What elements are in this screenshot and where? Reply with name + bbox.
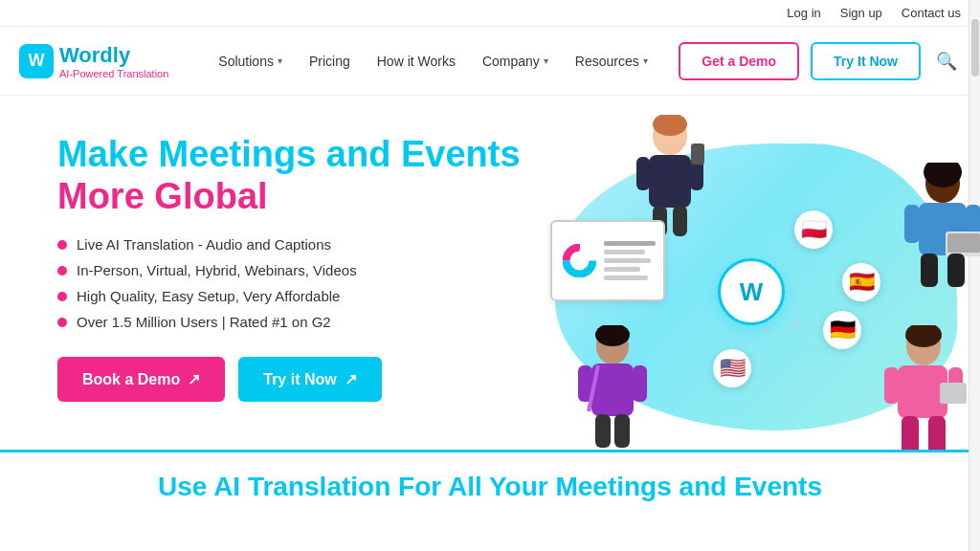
bottom-title: Use AI Translation For All Your Meetings… <box>57 472 923 502</box>
arrow-icon: ↗ <box>345 370 357 388</box>
w-letter: W <box>740 277 764 307</box>
signup-link[interactable]: Sign up <box>840 6 882 20</box>
top-bar: Log in Sign up Contact us <box>0 0 980 27</box>
nav-actions: Get a Demo Try It Now 🔍 <box>679 42 961 80</box>
nav-howitworks[interactable]: How it Works <box>366 46 467 77</box>
svg-point-37 <box>791 322 797 328</box>
hero-features: Live AI Translation - Audio and Captions… <box>57 236 536 330</box>
bullet-icon <box>57 318 67 327</box>
hero-illustration: W 🇵🇱 🇪🇸 🇩🇪 🇺🇸 <box>536 124 980 450</box>
main-nav: W Wordly AI-Powered Translation Solution… <box>0 27 980 96</box>
login-link[interactable]: Log in <box>787 6 820 20</box>
bullet-icon <box>57 240 67 250</box>
feature-2: In-Person, Virtual, Hybrid, Webinars, Vi… <box>57 262 536 278</box>
wordly-w-circle: W <box>718 258 785 325</box>
feature-4: Over 1.5 Million Users | Rated #1 on G2 <box>57 314 536 330</box>
nav-company[interactable]: Company ▾ <box>471 46 560 77</box>
hero-left: Make Meetings and Events More Global Liv… <box>57 124 536 402</box>
search-icon: 🔍 <box>936 52 957 71</box>
germany-flag: 🇩🇪 <box>823 311 861 349</box>
arrow-icon: ↗ <box>188 370 200 388</box>
logo-name: Wordly <box>59 43 168 68</box>
try-it-now-button[interactable]: Try It Now <box>811 42 921 80</box>
solutions-chevron-icon: ▾ <box>278 55 282 66</box>
feature-3: High Quality, Easy Setup, Very Affordabl… <box>57 288 536 304</box>
hero-section: Make Meetings and Events More Global Liv… <box>0 96 980 450</box>
bottom-section: Use AI Translation For All Your Meetings… <box>0 450 980 521</box>
feature-1: Live AI Translation - Audio and Captions <box>57 236 536 253</box>
book-demo-button[interactable]: Book a Demo ↗ <box>57 357 225 402</box>
bullet-icon <box>57 292 67 301</box>
scrollbar-thumb[interactable] <box>971 19 979 77</box>
nav-pricing[interactable]: Pricing <box>298 46 362 77</box>
nav-links: Solutions ▾ Pricing How it Works Company… <box>207 46 679 77</box>
poland-flag: 🇵🇱 <box>794 210 833 249</box>
resources-chevron-icon: ▾ <box>643 55 648 66</box>
hero-title-sub: More Global <box>57 176 536 218</box>
monitor-screen <box>550 220 665 301</box>
usa-flag: 🇺🇸 <box>713 349 751 387</box>
logo-icon: W <box>19 44 54 78</box>
try-now-button[interactable]: Try it Now ↗ <box>238 357 381 402</box>
nav-resources[interactable]: Resources ▾ <box>564 46 659 77</box>
logo[interactable]: W Wordly AI-Powered Translation <box>19 43 168 79</box>
bullet-icon <box>57 266 67 276</box>
logo-tagline: AI-Powered Translation <box>59 68 168 79</box>
hero-title-main: Make Meetings and Events <box>57 134 536 176</box>
svg-point-38 <box>763 327 768 333</box>
nav-solutions[interactable]: Solutions ▾ <box>207 46 294 77</box>
get-demo-button[interactable]: Get a Demo <box>679 42 799 80</box>
spain-flag: 🇪🇸 <box>842 263 880 301</box>
search-button[interactable]: 🔍 <box>932 47 961 76</box>
company-chevron-icon: ▾ <box>544 55 548 66</box>
hero-buttons: Book a Demo ↗ Try it Now ↗ <box>57 357 536 402</box>
contact-link[interactable]: Contact us <box>902 6 961 20</box>
